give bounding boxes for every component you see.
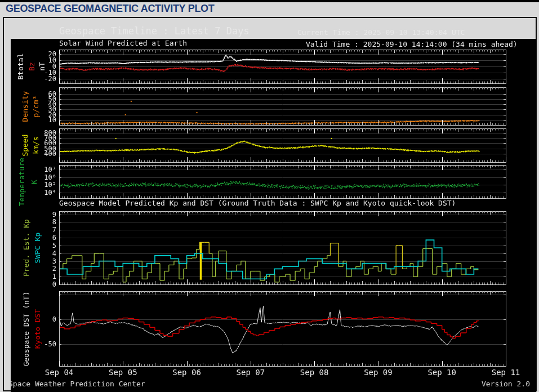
axis-label-density: Density bbox=[21, 91, 29, 122]
axis-label-dst: Geospace DST (nT) bbox=[22, 291, 30, 366]
current-time-label: Current Time : 2025-09-10 13:40:04 UTC bbox=[297, 28, 465, 37]
axis-label-density: p/cm³ bbox=[32, 95, 40, 117]
axis-label-temp: Temperature bbox=[17, 157, 26, 206]
kp-dst-section-title: Geospace Model Predicted Kp and DST (Gro… bbox=[59, 199, 456, 207]
y-tick-label: 9 bbox=[17, 211, 56, 219]
axis-label-mag: Btotal bbox=[16, 54, 25, 80]
axis-label-kp: Pred. Est. Kp bbox=[22, 219, 30, 277]
valid-time-label: Valid Time : 2025-09-10 14:14:00 (34 min… bbox=[306, 40, 518, 48]
footer-credit: Space Weather Prediction Center bbox=[8, 380, 145, 388]
x-axis-label: Sep 09 bbox=[355, 368, 400, 377]
x-axis-label: Sep 10 bbox=[420, 368, 465, 377]
x-axis-label: Sep 04 bbox=[37, 368, 82, 377]
chart-canvas bbox=[0, 0, 539, 392]
axis-label-speed: Speed bbox=[21, 134, 29, 156]
x-axis-label: Sep 05 bbox=[100, 368, 145, 377]
chart-subtitle: Solar Wind Predicted at Earth bbox=[59, 39, 187, 47]
chart-title: Geospace Timeline : Latest 7 Days bbox=[59, 25, 250, 37]
x-axis-label: Sep 11 bbox=[483, 368, 528, 377]
x-axis-label: Sep 07 bbox=[228, 368, 273, 377]
axis-label-speed: km/s bbox=[32, 136, 40, 154]
axis-label-mag: nT bbox=[38, 62, 46, 71]
footer-version: Version 2.0 bbox=[482, 380, 530, 388]
axis-label-dst: Kyoto DST bbox=[33, 309, 42, 348]
axis-label-mag: Bz bbox=[28, 62, 36, 71]
axis-label-temp: K bbox=[30, 180, 38, 184]
y-tick-label: 0 bbox=[17, 280, 56, 288]
axis-label-kp: SWPC Kp bbox=[33, 233, 42, 264]
geospace-activity-page: GEOSPACE GEOMAGNETIC ACTIVITY PLOT Geosp… bbox=[0, 0, 539, 392]
x-axis-label: Sep 08 bbox=[292, 368, 337, 377]
x-axis-label: Sep 06 bbox=[164, 368, 210, 377]
